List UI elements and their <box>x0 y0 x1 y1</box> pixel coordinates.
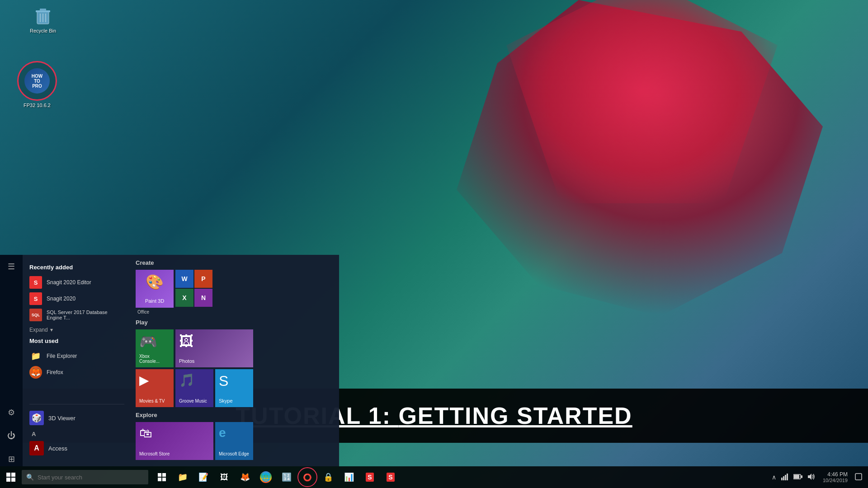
play-tiles-row-2: ▶ Movies & TV 🎵 Groove Music S Skype <box>136 369 335 407</box>
create-title: Create <box>136 259 335 266</box>
system-time[interactable]: 4:46 PM 10/24/2019 <box>819 471 851 483</box>
search-icon: 🔍 <box>26 474 34 481</box>
xbox-tile[interactable]: 🎮 Xbox Console... <box>136 329 174 367</box>
photos-icon: 🖼 <box>179 333 193 350</box>
3d-viewer-icon: 🎲 <box>29 411 44 425</box>
expand-button[interactable]: Expand ▾ <box>29 327 124 333</box>
recently-added-section: Recently added S Snagit 2020 Editor S Sn… <box>23 259 131 333</box>
taskbar-icons: 📁 📝 🖼 🦊 🌐 🔢 ⭕ 🔒 📊 <box>152 467 401 487</box>
svg-rect-2 <box>40 9 46 11</box>
chrome-taskbar-button[interactable]: 🌐 <box>256 467 276 487</box>
svg-rect-14 <box>781 478 783 480</box>
access-item[interactable]: A Access <box>29 439 124 457</box>
photos-tile[interactable]: 🖼 Photos <box>175 329 253 367</box>
file-explorer-taskbar-button[interactable]: 📁 <box>173 467 193 487</box>
tutorial-subtitle: GETTING STARTED <box>398 403 632 429</box>
explore-tiles-row: 🛍 Microsoft Store e Microsoft Edge <box>136 422 335 460</box>
battery-icon[interactable] <box>792 472 804 483</box>
skype-icon: S <box>219 373 228 389</box>
settings-icon[interactable]: ⚙ <box>5 405 17 420</box>
microsoft-store-tile[interactable]: 🛍 Microsoft Store <box>136 422 213 460</box>
search-input[interactable] <box>38 474 144 481</box>
3d-viewer-item[interactable]: 🎲 3D Viewer <box>29 409 124 427</box>
app-list-bottom: 🎲 3D Viewer A A Access <box>23 399 131 462</box>
most-used-section: Most used 📁 File Explorer 🦊 Firefox <box>23 333 131 380</box>
svg-rect-7 <box>11 473 15 477</box>
movies-tv-tile[interactable]: ▶ Movies & TV <box>136 369 174 407</box>
svg-rect-19 <box>794 475 799 479</box>
app-button-2[interactable]: 📊 <box>339 467 359 487</box>
task-view-button[interactable] <box>152 467 172 487</box>
svg-rect-22 <box>855 474 862 480</box>
explore-title: Explore <box>136 412 335 418</box>
3d-viewer-label: 3D Viewer <box>48 415 75 422</box>
snagit-taskbar-button[interactable]: S <box>360 467 380 487</box>
powerpoint-tile[interactable]: P <box>194 270 212 288</box>
notification-icon[interactable] <box>854 472 863 483</box>
svg-rect-16 <box>785 475 786 480</box>
svg-rect-15 <box>783 476 784 480</box>
snagit2-taskbar-button[interactable]: S <box>381 467 401 487</box>
svg-rect-9 <box>11 478 15 482</box>
create-section: Create 🎨 Paint 3D W <box>136 259 335 314</box>
svg-rect-20 <box>801 475 802 478</box>
app-button-1[interactable]: 🔒 <box>318 467 338 487</box>
skype-label: Skype <box>219 398 233 404</box>
microsoft-store-label: Microsoft Store <box>139 451 170 456</box>
snagit-editor-icon: S <box>29 276 42 289</box>
access-label: Access <box>48 445 67 452</box>
paint3d-icon: 🎨 <box>146 273 164 291</box>
firefox-icon: 🦊 <box>29 366 42 379</box>
office-tile-label: Office <box>137 310 335 314</box>
fp32-icon[interactable]: HOWTOPRO FP32 10.6.2 <box>19 61 55 108</box>
firefox-item[interactable]: 🦊 Firefox <box>29 364 124 380</box>
svg-rect-17 <box>787 474 788 480</box>
network-icon[interactable] <box>780 472 790 483</box>
highlighted-app-button[interactable]: ⭕ <box>297 467 317 487</box>
sticky-notes-button[interactable]: 📝 <box>193 467 213 487</box>
explore-section: Explore 🛍 Microsoft Store e Microsoft Ed… <box>136 412 335 460</box>
tray-chevron-icon[interactable]: ∧ <box>770 472 778 482</box>
microsoft-edge-tile[interactable]: e Microsoft Edge <box>215 422 253 460</box>
expand-chevron-icon: ▾ <box>50 327 53 333</box>
skype-tile[interactable]: S Skype <box>215 369 253 407</box>
calculator-taskbar-button[interactable]: 🔢 <box>277 467 297 487</box>
start-app-list: Recently added S Snagit 2020 Editor S Sn… <box>23 255 131 466</box>
start-content: Recently added S Snagit 2020 Editor S Sn… <box>23 255 339 466</box>
firefox-taskbar-button[interactable]: 🦊 <box>235 467 255 487</box>
svg-rect-12 <box>158 478 161 481</box>
file-explorer-icon: 📁 <box>29 350 42 362</box>
onenote-tile[interactable]: N <box>194 289 212 307</box>
speaker-icon[interactable] <box>806 472 817 483</box>
snagit-item[interactable]: S Snagit 2020 <box>29 291 124 307</box>
taskbar-search[interactable]: 🔍 <box>22 470 148 484</box>
groove-music-tile[interactable]: 🎵 Groove Music <box>175 369 213 407</box>
recycle-bin-icon[interactable]: Recycle Bin <box>25 5 61 33</box>
play-section: Play 🎮 Xbox Console... 🖼 Photos <box>136 319 335 407</box>
svg-marker-21 <box>808 474 811 480</box>
start-button[interactable] <box>0 466 22 488</box>
start-left-strip: ☰ ⚙ ⏻ ⊞ <box>0 255 23 466</box>
file-explorer-item[interactable]: 📁 File Explorer <box>29 348 124 364</box>
photos-taskbar-button[interactable]: 🖼 <box>214 467 234 487</box>
start-menu: ☰ ⚙ ⏻ ⊞ Recently added S Snagit 2020 Edi… <box>0 255 339 466</box>
svg-rect-10 <box>158 473 161 477</box>
snagit-editor-item[interactable]: S Snagit 2020 Editor <box>29 274 124 291</box>
snagit-editor-label: Snagit 2020 Editor <box>47 279 91 286</box>
snagit-label: Snagit 2020 <box>47 296 75 302</box>
svg-rect-11 <box>162 473 166 477</box>
microsoft-store-icon: 🛍 <box>139 426 152 441</box>
play-title: Play <box>136 319 335 326</box>
start-windows-icon[interactable]: ⊞ <box>6 452 17 466</box>
word-tile[interactable]: W <box>175 270 193 288</box>
power-icon[interactable]: ⏻ <box>5 429 18 443</box>
most-used-title: Most used <box>29 338 124 344</box>
access-icon: A <box>29 441 44 455</box>
paint3d-label: Paint 3D <box>145 298 164 304</box>
svg-rect-6 <box>6 473 10 477</box>
sql-server-item[interactable]: SQL SQL Server 2017 Database Engine T... <box>29 307 124 323</box>
groove-music-label: Groove Music <box>179 399 207 404</box>
excel-tile[interactable]: X <box>175 289 193 307</box>
paint3d-tile[interactable]: 🎨 Paint 3D <box>136 270 174 308</box>
hamburger-menu-icon[interactable]: ☰ <box>5 259 17 274</box>
